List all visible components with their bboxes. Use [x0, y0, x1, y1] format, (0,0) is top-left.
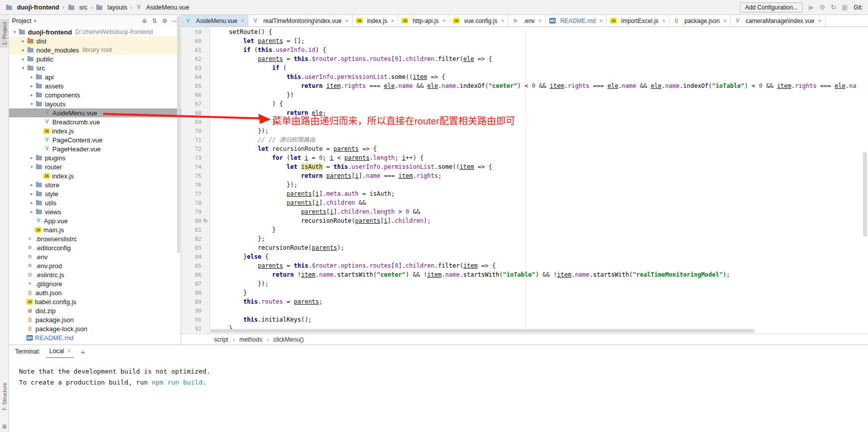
code-line-84[interactable]: }else { [215, 252, 868, 261]
close-tab-icon[interactable]: × [723, 17, 727, 24]
line-number[interactable]: 92 [181, 326, 202, 332]
code-line-68[interactable]: return ele; [215, 108, 868, 117]
line-number[interactable]: 87 [181, 281, 202, 287]
code-line-61[interactable]: if (this.userInfo.id) { [215, 45, 868, 54]
line-number[interactable]: 63 [181, 65, 202, 71]
update-project-icon[interactable]: ↻ [831, 4, 836, 10]
line-number[interactable]: 76 [181, 182, 202, 188]
tree-item-breadcrumb-vue[interactable]: VBreadcrumb.vue [9, 117, 181, 126]
code-line-65[interactable]: return item.rights === ele.name && ele.n… [215, 81, 868, 90]
code-line-64[interactable]: this.userInfo.permissionList.some((item … [215, 72, 868, 81]
code-line-90[interactable] [215, 306, 868, 315]
tree-item-dist-zip[interactable]: ▦dist.zip [9, 306, 181, 315]
code-line-88[interactable]: } [215, 288, 868, 297]
code-line-81[interactable]: } [215, 225, 868, 234]
tree-item-duoji-frontend[interactable]: ▾duoji-frontendD:\zheheWeb\duoji-fronten… [9, 27, 181, 36]
tree-item-asidemenu-vue[interactable]: VAsideMenu.vue [9, 108, 181, 117]
tree-item-layouts[interactable]: ▾layouts [9, 99, 181, 108]
code-line-66[interactable]: }) [215, 90, 868, 99]
tree-item-package-lock-json[interactable]: {}package-lock.json [9, 324, 181, 333]
tree-item-node-modules[interactable]: ▸node_moduleslibrary root [9, 45, 181, 54]
editor-breadcrumb-script[interactable]: script [214, 336, 228, 343]
code-line-63[interactable]: if ( [215, 63, 868, 72]
project-tree-scrollbar[interactable] [177, 16, 180, 253]
line-number[interactable]: 81 [181, 227, 202, 233]
code-line-60[interactable]: let parents = []; [215, 36, 868, 45]
tree-item-views[interactable]: ▸views [9, 207, 181, 216]
breadcrumb-item-duoji-frontend[interactable]: duoji-frontend [5, 4, 59, 11]
terminal-tab-local[interactable]: Local × [46, 345, 74, 358]
tree-item-index-js[interactable]: JSindex.js [9, 171, 181, 180]
code-line-83[interactable]: recursionRoute(parents); [215, 243, 868, 252]
tree-item-utils[interactable]: ▸utils [9, 198, 181, 207]
code-line-59[interactable]: setRoute() { [215, 27, 868, 36]
tree-item-gitignore[interactable]: ≡.gitignore [9, 279, 181, 288]
tree-item-assets[interactable]: ▸assets [9, 81, 181, 90]
code-line-77[interactable]: parents[i].meta.auth = isAuth; [215, 189, 868, 198]
line-number[interactable]: 90 [181, 308, 202, 314]
line-number[interactable]: 79 [181, 209, 202, 215]
line-number[interactable]: 82 [181, 236, 202, 242]
tree-item-plugins[interactable]: ▸plugins [9, 153, 181, 162]
chevron-expanded-icon[interactable]: ▾ [28, 101, 35, 106]
code-line-87[interactable]: }); [215, 279, 868, 288]
line-number[interactable]: 67 [181, 101, 202, 107]
code-line-67[interactable]: ) { [215, 99, 868, 108]
editor-breadcrumb-clickmenu[interactable]: clickMenu() [273, 336, 304, 343]
tool-windows-icon[interactable]: ▦ [842, 4, 848, 10]
tree-item-api[interactable]: ▸api [9, 72, 181, 81]
editor-tab-importexcel-js[interactable]: JSimportExcel.js× [607, 15, 669, 26]
code-line-85[interactable]: parents = this.$router.options.routes[0]… [215, 261, 868, 270]
line-number[interactable]: 75 [181, 173, 202, 179]
code-editor[interactable]: setRoute() { let parents = []; if (this.… [210, 27, 868, 334]
tree-item-env[interactable]: ⚙.env [9, 252, 181, 261]
code-line-89[interactable]: this.routes = parents; [215, 297, 868, 306]
tree-item-main-js[interactable]: JSmain.js [9, 225, 181, 234]
tree-item-readme-md[interactable]: MDREADME.md [9, 333, 181, 342]
chevron-collapsed-icon[interactable]: ▸ [20, 38, 26, 43]
line-number[interactable]: 71 [181, 137, 202, 143]
chevron-expanded-icon[interactable]: ▾ [20, 65, 26, 70]
tree-item-public[interactable]: ▸public [9, 54, 181, 63]
tree-item-editorconfig[interactable]: ⚙.editorconfig [9, 243, 181, 252]
tree-item-auth-json[interactable]: {}auth.json [9, 288, 181, 297]
line-number[interactable]: 85 [181, 263, 202, 269]
settings-icon[interactable]: ⚙ [819, 4, 825, 10]
close-icon[interactable]: × [67, 348, 71, 355]
close-tab-icon[interactable]: × [241, 17, 244, 24]
settings-icon[interactable]: ⚙ [162, 18, 168, 24]
recursive-call-icon[interactable]: ↻ [202, 218, 210, 224]
collapse-all-icon[interactable]: ⇅ [152, 18, 157, 24]
chevron-collapsed-icon[interactable]: ▸ [20, 56, 26, 61]
code-line-78[interactable]: parents[i].children && [215, 198, 868, 207]
tool-window-project-button[interactable]: 1: Project [0, 19, 9, 48]
editor-tab-readme-md[interactable]: MDREADME.md× [546, 15, 607, 26]
code-line-86[interactable]: return !item.name.startsWith("center") &… [215, 270, 868, 279]
chevron-expanded-icon[interactable]: ▾ [28, 164, 35, 169]
chevron-collapsed-icon[interactable]: ▸ [28, 155, 35, 160]
hide-panel-icon[interactable]: ─ [172, 18, 177, 24]
chevron-collapsed-icon[interactable]: ▸ [28, 182, 35, 187]
close-tab-icon[interactable]: × [599, 17, 603, 24]
code-line-70[interactable]: }); [215, 126, 868, 135]
tree-item-package-json[interactable]: {}package.json [9, 315, 181, 324]
tree-item-babel-config-js[interactable]: JSbabel.config.js [9, 297, 181, 306]
editor-tab-asidemenu-vue[interactable]: VAsideMenu.vue× [181, 15, 248, 26]
line-number[interactable]: 70 [181, 128, 202, 134]
breadcrumb-item-src[interactable]: src [67, 4, 88, 11]
code-line-79[interactable]: parents[i].children.length > 0 && [215, 207, 868, 216]
chevron-collapsed-icon[interactable]: ▸ [28, 209, 35, 214]
breadcrumb-item-layouts[interactable]: layouts [95, 4, 127, 11]
new-terminal-tab-icon[interactable]: + [81, 348, 85, 356]
line-number[interactable]: 66 [181, 92, 202, 98]
tree-item-src[interactable]: ▾src [9, 63, 181, 72]
editor-tab-package-json[interactable]: {}package.json× [669, 15, 731, 26]
tree-item-browserslistrc[interactable]: ≡.browserslistrc [9, 234, 181, 243]
editor-tab-cameramanage-index-vue[interactable]: VcameraManage\index.vue× [731, 15, 826, 26]
line-number[interactable]: 74 [181, 164, 202, 170]
terminal-output[interactable]: Note that the development build is not o… [9, 358, 868, 432]
run-icon[interactable]: ▶ [809, 4, 814, 10]
code-line-74[interactable]: let isAuth = this.userInfo.permissionLis… [215, 162, 868, 171]
close-tab-icon[interactable]: × [391, 17, 394, 24]
close-tab-icon[interactable]: × [442, 17, 445, 24]
